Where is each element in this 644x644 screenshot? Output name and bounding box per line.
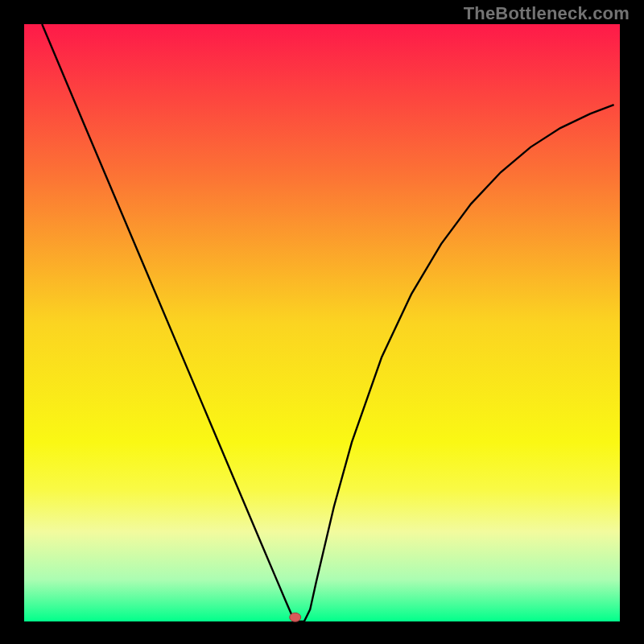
- chart-frame: TheBottleneck.com: [0, 0, 644, 644]
- chart-svg: [0, 0, 644, 644]
- optimal-marker: [290, 613, 301, 621]
- watermark-text: TheBottleneck.com: [464, 3, 630, 24]
- plot-background: [24, 24, 620, 621]
